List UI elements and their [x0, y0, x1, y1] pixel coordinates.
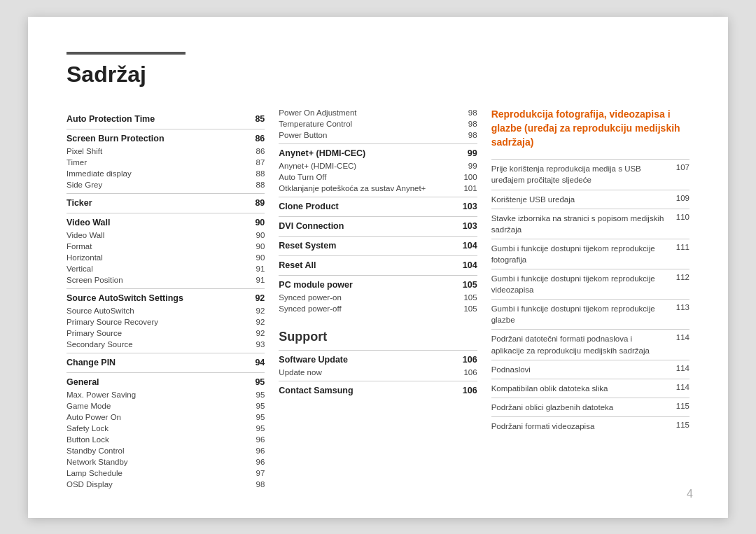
toc-header-num: 99 — [468, 148, 477, 158]
toc-item-num: 90 — [244, 242, 265, 251]
toc-header-num: 90 — [255, 218, 265, 227]
toc-item-label: Immediate display — [66, 169, 244, 178]
right-toc-label: Prije korištenja reprodukcija medija s U… — [491, 163, 665, 185]
toc-header: Change PIN94 — [66, 353, 265, 370]
right-toc-label: Gumbi i funkcije dostupni tijekom reprod… — [491, 243, 665, 265]
toc-col2: Power On Adjustment98Temperature Control… — [279, 107, 491, 490]
toc-item-num: 98 — [456, 131, 477, 139]
toc-col3: Reprodukcija fotografija, videozapisa i … — [491, 107, 690, 490]
toc-header: Auto Protection Time85 — [66, 110, 265, 126]
toc-item-num: 101 — [456, 184, 477, 192]
toc-col1: Auto Protection Time85Screen Burn Protec… — [66, 107, 279, 490]
toc-item-label: Pixel Shift — [66, 147, 244, 155]
right-toc-item: Gumbi i funkcije dostupni tijekom reprod… — [491, 299, 690, 329]
toc-header-num: 104 — [463, 241, 477, 251]
toc-item-label: Update now — [279, 368, 456, 377]
toc-header-num: 89 — [255, 198, 265, 208]
toc-item: OSD Display98 — [66, 479, 265, 490]
toc-item-label: Secondary Source — [66, 340, 244, 349]
toc-item-num: 98 — [456, 120, 477, 128]
toc-item: Vertical91 — [66, 263, 265, 274]
toc-header-num: 95 — [255, 377, 265, 387]
toc-item-num: 91 — [244, 276, 265, 284]
right-toc-item: Gumbi i funkcije dostupni tijekom reprod… — [491, 239, 690, 269]
right-toc-label: Korištenje USB uređaja — [491, 194, 665, 205]
toc-item-label: Network Standby — [66, 458, 244, 466]
right-toc-num: 115 — [665, 402, 690, 410]
toc-header-label: Reset System — [279, 241, 336, 251]
right-toc-num: 111 — [665, 243, 690, 251]
right-toc-num: 110 — [665, 213, 690, 221]
toc-item-label: Format — [66, 242, 244, 251]
right-toc-item: Kompatibilan oblik datoteka slika114 — [491, 379, 690, 398]
toc-item: Auto Turn Off100 — [279, 171, 477, 183]
toc-item: Immediate display88 — [66, 168, 265, 179]
toc-header-label: Source AutoSwitch Settings — [66, 293, 183, 303]
toc-item-label: Screen Position — [66, 276, 244, 284]
toc-item: Primary Source92 — [66, 328, 265, 339]
toc-item: Anynet+ (HDMI-CEC)99 — [279, 160, 477, 171]
toc-header-num: 105 — [463, 280, 477, 290]
right-toc-label: Podnaslovi — [491, 364, 665, 375]
toc-item: Power Button98 — [279, 129, 477, 141]
toc-item-num: 96 — [244, 458, 265, 466]
toc-header-label: Change PIN — [66, 358, 115, 367]
toc-item-num: 87 — [244, 158, 265, 167]
right-toc-num: 112 — [665, 273, 690, 281]
right-toc-label: Podržani oblici glazbenih datoteka — [491, 402, 665, 413]
toc-item-num: 106 — [456, 368, 477, 377]
toc-item-label: Primary Source Recovery — [66, 318, 244, 326]
right-toc-item: Podržani formati videozapisa115 — [491, 416, 690, 435]
toc-item-label: Anynet+ (HDMI-CEC) — [279, 162, 456, 170]
toc-item: Video Wall90 — [66, 230, 265, 241]
toc-header: DVI Connection103 — [279, 216, 477, 233]
right-toc-num: 114 — [665, 333, 690, 342]
toc-item: Otklanjanje poteškoća za sustav Anynet+1… — [279, 183, 477, 194]
toc-item-label: Otklanjanje poteškoća za sustav Anynet+ — [279, 184, 456, 192]
toc-item-num: 97 — [244, 469, 265, 477]
right-toc-num: 115 — [665, 421, 690, 429]
toc-item-label: Safety Lock — [66, 424, 244, 433]
toc-item: Synced power-off105 — [279, 303, 477, 314]
toc-item-label: Max. Power Saving — [66, 391, 244, 399]
right-toc-label: Podržani datotečni formati podnaslova i … — [491, 333, 665, 356]
toc-header-num: 86 — [255, 134, 265, 143]
toc-header-num: 94 — [255, 358, 265, 367]
right-toc-label: Podržani formati videozapisa — [491, 421, 665, 432]
right-toc-item: Korištenje USB uređaja109 — [491, 190, 690, 209]
toc-item-label: Horizontal — [66, 253, 244, 262]
toc-header-label: PC module power — [279, 280, 353, 290]
toc-item: Update now106 — [279, 367, 477, 378]
toc-item-num: 96 — [244, 435, 265, 444]
toc-item-label: Button Lock — [66, 435, 244, 444]
toc-header-label: DVI Connection — [279, 221, 344, 231]
toc-item: Standby Control96 — [66, 445, 265, 456]
toc-item-num: 100 — [456, 173, 477, 181]
toc-item: Power On Adjustment98 — [279, 107, 477, 118]
toc-item-num: 99 — [456, 162, 477, 170]
toc-header: Anynet+ (HDMI-CEC)99 — [279, 143, 477, 160]
toc-item-label: Lamp Schedule — [66, 469, 244, 477]
toc-item-label: Timer — [66, 158, 244, 167]
toc-item-num: 86 — [244, 147, 265, 155]
toc-header-label: Clone Product — [279, 202, 338, 211]
toc-item-num: 98 — [456, 108, 477, 117]
toc-header-label: Video Wall — [66, 218, 111, 227]
toc-header: Reset System104 — [279, 236, 477, 253]
toc-header: Ticker89 — [66, 193, 265, 210]
toc-item-num: 90 — [244, 231, 265, 239]
toc-item-label: Vertical — [66, 265, 244, 273]
toc-item-label: Auto Turn Off — [279, 173, 456, 181]
toc-item: Secondary Source93 — [66, 339, 265, 350]
toc-item-label: Source AutoSwitch — [66, 307, 244, 315]
toc-header: Contact Samsung106 — [279, 381, 477, 398]
toc-item-num: 91 — [244, 265, 265, 273]
toc-header-label: Reset All — [279, 260, 316, 270]
toc-item: Lamp Schedule97 — [66, 468, 265, 479]
toc-header-num: 104 — [463, 260, 477, 270]
right-toc-num: 114 — [665, 383, 690, 391]
toc-item: Network Standby96 — [66, 456, 265, 468]
toc-item-num: 95 — [244, 402, 265, 410]
toc-item-num: 92 — [244, 307, 265, 315]
toc-header-label: Auto Protection Time — [66, 114, 155, 124]
